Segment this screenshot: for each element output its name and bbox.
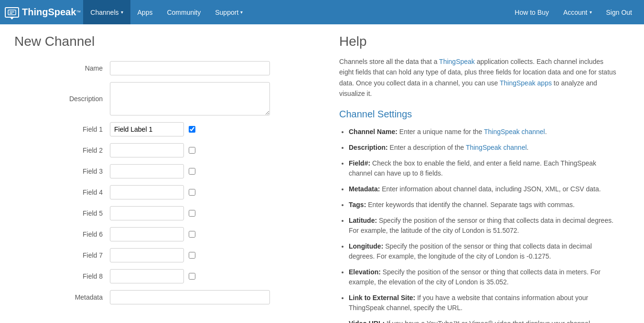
account-label: Account (563, 9, 588, 16)
help-item-metadata-bold: Metadata: (349, 185, 380, 193)
field3-label: Field 3 (14, 167, 110, 175)
channels-label: Channels (90, 9, 118, 16)
help-item-elevation-text: Specify the position of the sensor or th… (349, 268, 601, 286)
account-menu[interactable]: Account ▾ (556, 0, 599, 24)
help-item-video-url-bold: Video URL: (349, 320, 385, 323)
field6-label: Field 6 (14, 230, 110, 238)
field5-checkbox[interactable] (189, 210, 195, 217)
page-title: New Channel (14, 34, 325, 49)
help-item-description: Description: Enter a description of the … (349, 143, 616, 153)
field4-input[interactable] (110, 185, 184, 199)
how-to-buy-label: How to Buy (515, 9, 549, 16)
how-to-buy-menu[interactable]: How to Buy (507, 0, 556, 24)
field6-input[interactable] (110, 227, 184, 241)
thingspeak-link-1[interactable]: ThingSpeak (439, 58, 475, 65)
help-section: Help Channels store all the data that a … (339, 34, 616, 323)
help-item-fieldnum: Field#: Check the box to enable the fiel… (349, 158, 616, 178)
field1-checkbox[interactable] (189, 126, 195, 133)
support-arrow-icon: ▾ (240, 10, 243, 15)
brand-name: ThingSpeak (22, 7, 76, 18)
help-item-video-url: Video URL: If you have a YouTube™ or Vim… (349, 319, 616, 323)
help-item-video-url-text: If you have a YouTube™ or Vimeo® video t… (349, 320, 590, 323)
sign-out-label: Sign Out (606, 9, 632, 16)
field3-row: Field 3 (14, 164, 325, 178)
field1-label: Field 1 (14, 125, 110, 133)
field8-input[interactable] (110, 269, 184, 283)
field4-checkbox[interactable] (189, 189, 195, 196)
help-intro: Channels store all the data that a Thing… (339, 56, 616, 99)
thingspeak-channel-link[interactable]: ThingSpeak channel (484, 128, 545, 135)
help-item-channel-name: Channel Name: Enter a unique name for th… (349, 127, 616, 137)
description-row: Description (14, 82, 325, 115)
field6-checkbox[interactable] (189, 231, 195, 238)
help-item-metadata-text: Enter information about channel data, in… (382, 185, 601, 193)
field5-input[interactable] (110, 206, 184, 220)
svg-rect-0 (8, 10, 16, 15)
help-item-longitude-bold: Longitude: (349, 242, 383, 250)
field7-checkbox[interactable] (189, 252, 195, 259)
form-section: New Channel Name Description Field 1 Fie… (14, 34, 325, 323)
help-item-latitude-bold: Latitude: (349, 217, 377, 224)
sign-out-button[interactable]: Sign Out (599, 0, 639, 24)
field2-label: Field 2 (14, 146, 110, 154)
field8-checkbox[interactable] (189, 273, 195, 280)
field8-row: Field 8 (14, 269, 325, 283)
help-item-fieldnum-text: Check the box to enable the field, and e… (349, 159, 596, 177)
name-label: Name (14, 64, 110, 72)
field2-input[interactable] (110, 143, 184, 157)
help-item-elevation: Elevation: Specify the position of the s… (349, 267, 616, 287)
field8-label: Field 8 (14, 272, 110, 280)
field6-row: Field 6 (14, 227, 325, 241)
help-item-channel-name-bold: Channel Name: (349, 128, 397, 135)
channels-menu[interactable]: Channels ▾ (83, 0, 130, 24)
help-item-description-bold: Description: (349, 144, 388, 151)
name-input[interactable] (110, 61, 270, 75)
support-menu[interactable]: Support ▾ (208, 0, 250, 24)
description-label: Description (14, 95, 110, 103)
metadata-input[interactable] (110, 290, 270, 304)
help-item-external-site: Link to External Site: If you have a web… (349, 293, 616, 313)
brand-tm: ™ (76, 10, 81, 15)
help-item-longitude-text: Specify the position of the sensor or th… (349, 242, 592, 260)
main-content: New Channel Name Description Field 1 Fie… (0, 24, 644, 323)
metadata-row: Metadata (14, 290, 325, 304)
help-item-tags-bold: Tags: (349, 201, 366, 208)
logo-icon (5, 7, 19, 18)
help-title: Help (339, 34, 616, 49)
community-label: Community (167, 9, 201, 16)
field2-row: Field 2 (14, 143, 325, 157)
help-item-latitude-text: Specify the position of the sensor or th… (349, 217, 613, 234)
help-item-external-site-bold: Link to External Site: (349, 294, 415, 302)
metadata-label: Metadata (14, 293, 110, 301)
field2-checkbox[interactable] (189, 147, 195, 154)
nav-right: How to Buy Account ▾ Sign Out (507, 0, 639, 24)
field4-label: Field 4 (14, 188, 110, 196)
field5-row: Field 5 (14, 206, 325, 220)
thingspeak-link-2[interactable]: ThingSpeak apps (500, 79, 552, 87)
channels-arrow-icon: ▾ (121, 10, 123, 15)
apps-menu[interactable]: Apps (130, 0, 160, 24)
field4-row: Field 4 (14, 185, 325, 199)
field7-row: Field 7 (14, 248, 325, 262)
support-label: Support (215, 9, 238, 16)
community-menu[interactable]: Community (160, 0, 208, 24)
field3-checkbox[interactable] (189, 168, 195, 175)
help-item-metadata: Metadata: Enter information about channe… (349, 184, 616, 194)
navbar: ThingSpeak™ Channels ▾ Apps Community Su… (0, 0, 644, 24)
help-item-description-text: Enter a description of the ThingSpeak ch… (390, 144, 529, 151)
name-row: Name (14, 61, 325, 75)
channel-settings-title: Channel Settings (339, 109, 616, 120)
brand-logo[interactable]: ThingSpeak™ (5, 7, 81, 18)
help-item-latitude: Latitude: Specify the position of the se… (349, 216, 616, 236)
help-item-elevation-bold: Elevation: (349, 268, 381, 276)
field3-input[interactable] (110, 164, 184, 178)
field1-input[interactable] (110, 122, 184, 136)
help-item-tags-text: Enter keywords that identify the channel… (368, 201, 575, 208)
help-item-tags: Tags: Enter keywords that identify the c… (349, 200, 616, 210)
field7-input[interactable] (110, 248, 184, 262)
field5-label: Field 5 (14, 209, 110, 217)
description-input[interactable] (110, 82, 270, 115)
thingspeak-channel-link-2[interactable]: ThingSpeak channel (466, 144, 527, 151)
help-item-channel-name-text: Enter a unique name for the ThingSpeak c… (399, 128, 547, 135)
apps-label: Apps (138, 9, 153, 16)
